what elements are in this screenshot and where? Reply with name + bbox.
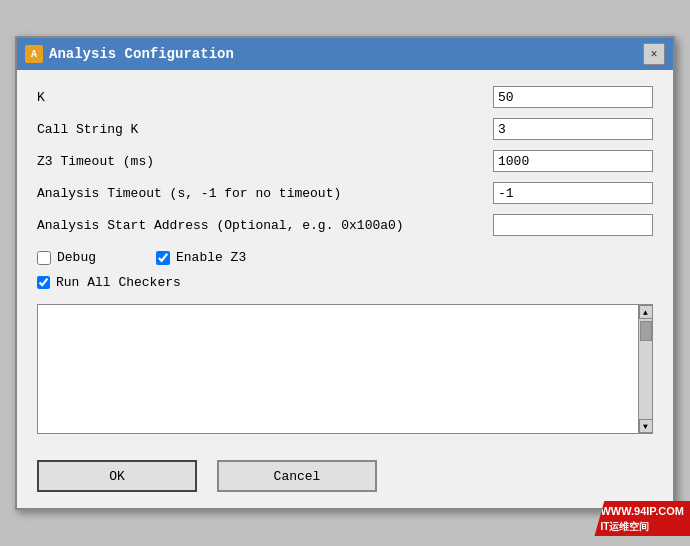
scrollbar-down-arrow[interactable]: ▼ <box>639 419 653 433</box>
close-button[interactable]: × <box>643 43 665 65</box>
checkboxes-row-2: Run All Checkers <box>37 275 653 290</box>
checkbox-run-all-checkers-text: Run All Checkers <box>56 275 181 290</box>
output-textarea[interactable] <box>38 305 638 433</box>
checkboxes-row-1: Debug Enable Z3 <box>37 250 653 265</box>
scrollbar-thumb[interactable] <box>640 321 652 341</box>
input-analysis-timeout[interactable] <box>493 182 653 204</box>
dialog-icon: A <box>25 45 43 63</box>
checkbox-debug[interactable] <box>37 251 51 265</box>
form-row-call-string-k: Call String K <box>37 118 653 140</box>
input-call-string-k[interactable] <box>493 118 653 140</box>
checkbox-run-all-checkers[interactable] <box>37 276 50 289</box>
cancel-button[interactable]: Cancel <box>217 460 377 492</box>
dialog-body: K Call String K Z3 Timeout (ms) Analysis… <box>17 70 673 450</box>
checkbox-run-all-checkers-label[interactable]: Run All Checkers <box>37 275 653 290</box>
output-textarea-container: ▲ ▼ <box>37 304 653 434</box>
checkbox-enable-z3[interactable] <box>156 251 170 265</box>
form-row-k: K <box>37 86 653 108</box>
scrollbar-up-arrow[interactable]: ▲ <box>639 305 653 319</box>
label-analysis-timeout: Analysis Timeout (s, -1 for no timeout) <box>37 186 493 201</box>
label-k: K <box>37 90 493 105</box>
checkbox-enable-z3-text: Enable Z3 <box>176 250 246 265</box>
input-start-address[interactable] <box>493 214 653 236</box>
dialog-footer: OK Cancel <box>17 450 673 508</box>
checkbox-enable-z3-label[interactable]: Enable Z3 <box>156 250 246 265</box>
checkbox-debug-text: Debug <box>57 250 96 265</box>
dialog-title: Analysis Configuration <box>49 46 234 62</box>
form-row-start-address: Analysis Start Address (Optional, e.g. 0… <box>37 214 653 236</box>
watermark-text: IT运维空间 <box>600 519 684 534</box>
input-k[interactable] <box>493 86 653 108</box>
ok-button[interactable]: OK <box>37 460 197 492</box>
title-bar: A Analysis Configuration × <box>17 38 673 70</box>
label-call-string-k: Call String K <box>37 122 493 137</box>
analysis-configuration-dialog: A Analysis Configuration × K Call String… <box>15 36 675 510</box>
label-z3-timeout: Z3 Timeout (ms) <box>37 154 493 169</box>
form-row-z3-timeout: Z3 Timeout (ms) <box>37 150 653 172</box>
form-row-analysis-timeout: Analysis Timeout (s, -1 for no timeout) <box>37 182 653 204</box>
input-z3-timeout[interactable] <box>493 150 653 172</box>
title-bar-left: A Analysis Configuration <box>25 45 234 63</box>
label-start-address: Analysis Start Address (Optional, e.g. 0… <box>37 218 493 233</box>
scrollbar: ▲ ▼ <box>638 305 652 433</box>
checkbox-debug-label[interactable]: Debug <box>37 250 96 265</box>
